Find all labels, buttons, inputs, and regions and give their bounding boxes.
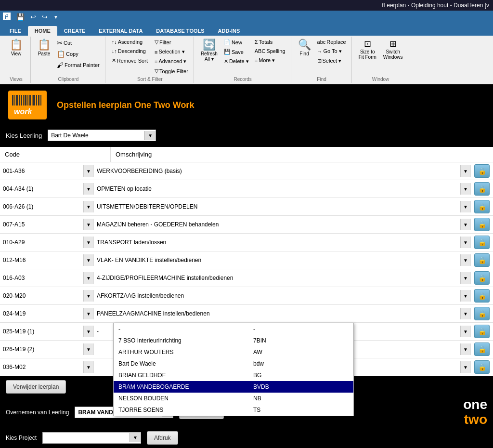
row-desc-input[interactable]: [94, 237, 460, 248]
row-code-dropdown-arrow[interactable]: ▼: [83, 343, 93, 355]
row-desc-dropdown-arrow[interactable]: ▼: [460, 219, 470, 230]
delete-record-btn[interactable]: ✕ Delete ▾: [221, 57, 251, 66]
row-desc-input[interactable]: [94, 201, 460, 212]
format-painter-btn[interactable]: 🖌 Format Painter: [54, 60, 102, 70]
row-action-btn[interactable]: 🔒: [474, 325, 490, 338]
row-code-dropdown-arrow[interactable]: ▼: [83, 201, 93, 212]
dropdown-item[interactable]: TJORRE SOENSTS: [114, 404, 353, 416]
customize-qa-btn[interactable]: ▼: [52, 13, 60, 21]
row-code-input[interactable]: [0, 219, 83, 230]
select-btn[interactable]: ⊡ Select ▾: [315, 56, 349, 66]
row-action-btn[interactable]: 🔒: [474, 307, 490, 320]
row-desc-dropdown-arrow[interactable]: ▼: [460, 201, 470, 212]
row-desc-input[interactable]: [94, 219, 460, 230]
tab-addins[interactable]: ADD-INS: [211, 26, 247, 36]
dropdown-item[interactable]: 7 BSO Interieurinrichting7BIN: [114, 335, 353, 346]
save-record-btn[interactable]: 💾 Save: [221, 47, 251, 56]
row-code-input[interactable]: [0, 272, 83, 284]
verwijder-leerplan-btn[interactable]: Verwijder leerplan: [6, 380, 66, 394]
tab-database-tools[interactable]: DATABASE TOOLS: [149, 26, 211, 36]
row-code-dropdown-arrow[interactable]: ▼: [83, 361, 93, 373]
row-desc-dropdown-arrow[interactable]: ▼: [460, 183, 470, 195]
row-code-input[interactable]: [0, 308, 83, 319]
row-desc-input[interactable]: [94, 165, 460, 177]
selection-btn[interactable]: ≡ Selection ▾: [152, 47, 191, 56]
row-code-input[interactable]: [0, 290, 83, 302]
ascending-btn[interactable]: ↑↓ Ascending: [109, 38, 150, 46]
row-desc-dropdown-arrow[interactable]: ▼: [460, 326, 470, 337]
row-code-input[interactable]: [0, 361, 83, 373]
project-select-input[interactable]: [43, 433, 130, 443]
row-desc-input[interactable]: [94, 290, 460, 302]
replace-btn[interactable]: abc Replace: [315, 38, 349, 46]
spelling-btn[interactable]: ABC Spelling: [252, 47, 288, 55]
row-code-input[interactable]: [0, 237, 83, 248]
project-dropdown-arrow[interactable]: ▼: [130, 433, 141, 442]
row-action-btn[interactable]: 🔒: [474, 218, 490, 231]
advanced-btn[interactable]: ≡ Advanced ▾: [152, 57, 191, 66]
dropdown-item[interactable]: ARTHUR WOUTERSAW: [114, 346, 353, 358]
row-code-dropdown-arrow[interactable]: ▼: [83, 290, 93, 302]
dropdown-item[interactable]: --: [114, 323, 353, 335]
row-code-dropdown-arrow[interactable]: ▼: [83, 254, 93, 266]
refresh-all-btn[interactable]: 🔄 RefreshAll ▾: [198, 38, 221, 64]
size-to-fit-btn[interactable]: ⊡ Size toFit Form: [356, 38, 379, 62]
dropdown-item[interactable]: NELSON BOUDENNB: [114, 393, 353, 404]
leerling-select-input[interactable]: [48, 130, 144, 141]
row-desc-dropdown-arrow[interactable]: ▼: [460, 272, 470, 284]
row-desc-dropdown-arrow[interactable]: ▼: [460, 254, 470, 266]
paste-btn[interactable]: 📋 Paste: [35, 38, 53, 58]
row-code-dropdown-arrow[interactable]: ▼: [83, 183, 93, 195]
row-code-dropdown-arrow[interactable]: ▼: [83, 272, 93, 284]
row-action-btn[interactable]: 🔒: [474, 343, 490, 356]
row-desc-dropdown-arrow[interactable]: ▼: [460, 308, 470, 319]
row-action-btn[interactable]: 🔒: [474, 360, 490, 374]
leerling-dropdown-arrow[interactable]: ▼: [144, 131, 156, 140]
row-code-dropdown-arrow[interactable]: ▼: [83, 219, 93, 230]
row-code-dropdown-arrow[interactable]: ▼: [83, 326, 93, 337]
row-action-btn[interactable]: 🔒: [474, 236, 490, 249]
more-btn[interactable]: ≡ More ▾: [252, 56, 288, 65]
row-code-dropdown-arrow[interactable]: ▼: [83, 237, 93, 248]
afdruk-btn[interactable]: Afdruk: [147, 431, 178, 445]
row-desc-input[interactable]: [94, 308, 460, 319]
dropdown-item[interactable]: BRIAN GELDHOFBG: [114, 369, 353, 381]
undo-btn[interactable]: ↩: [28, 12, 38, 22]
row-action-btn[interactable]: 🔒: [474, 289, 490, 303]
row-desc-dropdown-arrow[interactable]: ▼: [460, 237, 470, 248]
cut-btn[interactable]: ✂ Cut: [54, 38, 102, 48]
redo-btn[interactable]: ↪: [40, 12, 50, 22]
view-btn[interactable]: 📋 View: [7, 38, 26, 58]
row-action-btn[interactable]: 🔒: [474, 253, 490, 267]
row-action-btn[interactable]: 🔒: [474, 182, 490, 196]
row-desc-dropdown-arrow[interactable]: ▼: [460, 361, 470, 373]
switch-windows-btn[interactable]: ⊞ SwitchWindows: [380, 38, 406, 62]
tab-home[interactable]: HOME: [28, 26, 57, 36]
row-code-input[interactable]: [0, 326, 83, 337]
totals-btn[interactable]: Σ Totals: [252, 38, 288, 46]
row-desc-dropdown-arrow[interactable]: ▼: [460, 165, 470, 177]
row-desc-input[interactable]: [94, 254, 460, 266]
tab-file[interactable]: FILE: [3, 26, 28, 36]
new-record-btn[interactable]: 📄 New: [221, 38, 251, 47]
goto-btn[interactable]: → Go To ▾: [315, 47, 349, 56]
row-desc-dropdown-arrow[interactable]: ▼: [460, 290, 470, 302]
row-code-input[interactable]: [0, 254, 83, 266]
dropdown-item[interactable]: BRAM VANDEBOGAERDEBVDB: [114, 381, 353, 393]
row-code-input[interactable]: [0, 183, 83, 195]
find-btn[interactable]: 🔍 Find: [295, 38, 314, 58]
tab-create[interactable]: CREATE: [57, 26, 92, 36]
save-quick-btn[interactable]: 💾: [14, 12, 26, 22]
toggle-filter-btn[interactable]: ▽ Toggle Filter: [152, 66, 191, 76]
remove-sort-btn[interactable]: ✕ Remove Sort: [109, 56, 150, 65]
row-action-btn[interactable]: 🔒: [474, 271, 490, 285]
dropdown-item[interactable]: Bart De Waelebdw: [114, 358, 353, 369]
row-code-dropdown-arrow[interactable]: ▼: [83, 308, 93, 319]
row-code-dropdown-arrow[interactable]: ▼: [83, 165, 93, 177]
row-code-input[interactable]: [0, 201, 83, 212]
filter-btn[interactable]: ▽ Filter: [152, 38, 191, 47]
descending-btn[interactable]: ↓↑ Descending: [109, 47, 150, 55]
row-desc-input[interactable]: [94, 183, 460, 195]
row-code-input[interactable]: [0, 343, 83, 355]
row-action-btn[interactable]: 🔒: [474, 200, 490, 213]
